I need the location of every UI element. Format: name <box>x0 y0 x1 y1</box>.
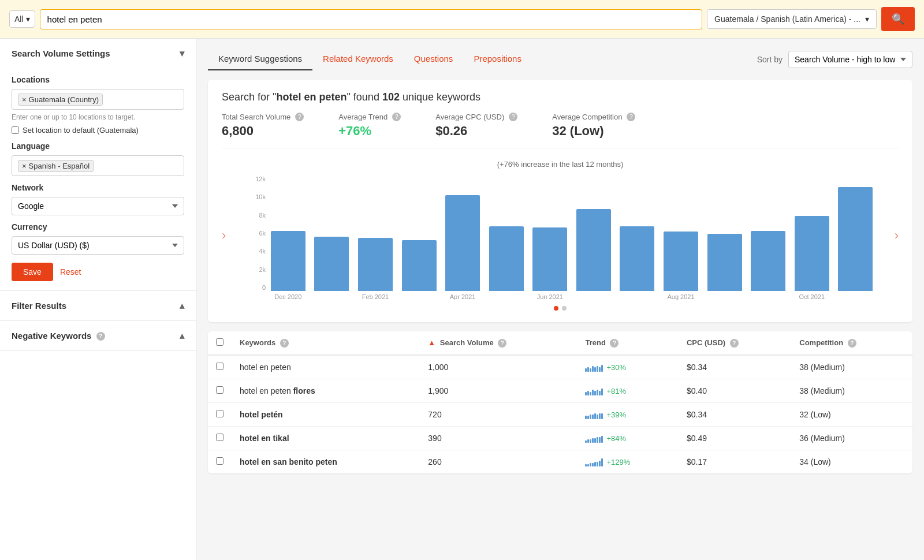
col-competition: Competition ? <box>791 331 912 355</box>
metric-value: 6,800 <box>222 124 304 139</box>
keywords-help-icon[interactable]: ? <box>280 339 289 348</box>
network-label: Network <box>12 183 184 192</box>
search-type-select[interactable]: All ▾ <box>9 10 35 28</box>
table-row: hotel petén720 +39% $0.3432 (Low) <box>208 403 912 427</box>
chart-nav-left[interactable]: › <box>222 228 226 243</box>
bar[interactable] <box>707 234 742 291</box>
search-input[interactable] <box>40 9 703 29</box>
col-search-volume[interactable]: ▲ Search Volume ? <box>420 331 577 355</box>
y-label: 12k <box>245 176 266 182</box>
tab-prepositions[interactable]: Prepositions <box>463 48 532 70</box>
mini-bar <box>585 392 587 395</box>
mini-bar <box>585 440 587 443</box>
mini-bar <box>594 462 596 466</box>
x-label <box>573 293 614 300</box>
negative-keywords-help-icon[interactable]: ? <box>96 332 105 341</box>
search-volume-help-icon[interactable]: ? <box>498 339 506 348</box>
filter-results-header[interactable]: Filter Results ▴ <box>0 291 196 320</box>
bar-group <box>661 176 701 291</box>
row-checkbox[interactable] <box>216 363 223 370</box>
help-icon[interactable]: ? <box>627 113 635 121</box>
y-label: 6k <box>245 230 266 237</box>
bar-group <box>617 176 658 291</box>
network-select[interactable]: Google <box>12 197 184 215</box>
tag-remove-icon[interactable]: × <box>22 95 27 104</box>
mini-bar <box>601 365 603 372</box>
help-icon[interactable]: ? <box>295 113 304 121</box>
mini-bar <box>597 366 598 372</box>
bar[interactable] <box>664 232 698 291</box>
row-checkbox[interactable] <box>216 386 223 394</box>
mini-bar <box>601 389 603 395</box>
trend-pct: +129% <box>606 458 630 466</box>
row-checkbox[interactable] <box>216 410 223 417</box>
x-label <box>486 293 527 300</box>
cpc-cell: $0.40 <box>679 379 791 403</box>
locations-input[interactable]: × Guatemala (Country) <box>12 89 184 110</box>
language-input[interactable]: × Spanish - Español <box>12 155 184 176</box>
metric-label: Total Search Volume ? <box>222 113 304 121</box>
table-card: Keywords ? ▲ Search Volume ? Trend ? <box>208 331 912 473</box>
bar[interactable] <box>576 209 611 291</box>
bar[interactable] <box>314 237 349 291</box>
mini-bar <box>599 367 601 372</box>
bar[interactable] <box>795 216 829 291</box>
bar[interactable] <box>532 227 567 291</box>
search-volume-settings-body: Locations × Guatemala (Country) Enter on… <box>0 75 196 290</box>
currency-select[interactable]: US Dollar (USD) ($) <box>12 236 184 255</box>
help-icon[interactable]: ? <box>392 113 401 121</box>
row-checkbox[interactable] <box>216 457 223 465</box>
tab-questions[interactable]: Questions <box>404 48 464 70</box>
bar[interactable] <box>838 187 873 291</box>
negative-keywords-section: Negative Keywords ? ▴ <box>0 321 196 351</box>
row-checkbox[interactable] <box>216 434 223 441</box>
keyword-text: hotel en san benito peten <box>240 457 337 466</box>
bar[interactable] <box>402 240 437 291</box>
metric-average-competition: Average Competition ? 32 (Low) <box>552 113 635 139</box>
mini-bars <box>585 410 603 419</box>
cpc-cell: $0.17 <box>679 450 791 474</box>
tab-related-keywords[interactable]: Related Keywords <box>312 48 404 70</box>
chart-dot-1[interactable] <box>554 306 558 311</box>
table-row: hotel en san benito peten260 +129% $0.17… <box>208 450 912 474</box>
header-row: Keywords ? ▲ Search Volume ? Trend ? <box>208 331 912 355</box>
y-label: 10k <box>245 193 266 200</box>
table-row: hotel en peten1,000 +30% $0.3438 (Medium… <box>208 355 912 379</box>
mini-bars <box>585 434 603 443</box>
bar-group <box>399 176 439 291</box>
competition-help-icon[interactable]: ? <box>848 339 856 348</box>
search-volume-settings-title: Search Volume Settings <box>12 48 110 58</box>
trend-content: +129% <box>585 457 670 466</box>
mini-bar <box>587 464 589 466</box>
unique-count: 102 <box>382 91 400 103</box>
tag-label: Spanish - Español <box>29 162 90 170</box>
bar[interactable] <box>489 226 524 291</box>
location-tag: × Guatemala (Country) <box>18 94 103 106</box>
search-button[interactable]: 🔍 <box>881 7 915 31</box>
trend-help-icon[interactable]: ? <box>610 339 619 348</box>
save-button[interactable]: Save <box>12 263 53 281</box>
search-volume-settings-header[interactable]: Search Volume Settings ▾ <box>0 39 196 68</box>
bar[interactable] <box>620 226 654 291</box>
cpc-help-icon[interactable]: ? <box>730 339 739 348</box>
select-all-checkbox[interactable] <box>216 338 223 346</box>
bar[interactable] <box>358 238 393 291</box>
help-icon[interactable]: ? <box>509 113 517 121</box>
reset-button[interactable]: Reset <box>60 267 81 277</box>
bar[interactable] <box>751 231 785 291</box>
default-location-checkbox[interactable] <box>12 126 19 134</box>
chart-area: 12k10k8k6k4k2k0 <box>245 176 875 291</box>
competition-cell: 38 (Medium) <box>791 355 912 379</box>
negative-keywords-header[interactable]: Negative Keywords ? ▴ <box>0 321 196 350</box>
volume-cell: 1,900 <box>420 379 577 403</box>
bar[interactable] <box>271 231 305 291</box>
chart-nav-right[interactable]: › <box>895 228 899 243</box>
chart-dot-2[interactable] <box>562 306 567 311</box>
trend-cell: +129% <box>577 450 679 474</box>
bar[interactable] <box>445 195 480 291</box>
tab-keyword-suggestions[interactable]: Keyword Suggestions <box>208 48 312 70</box>
mini-bar <box>587 367 589 372</box>
tag-remove-icon[interactable]: × <box>22 162 27 170</box>
location-select[interactable]: Guatemala / Spanish (Latin America) - ..… <box>707 9 877 29</box>
sort-select[interactable]: Search Volume - high to low Search Volum… <box>788 51 912 68</box>
